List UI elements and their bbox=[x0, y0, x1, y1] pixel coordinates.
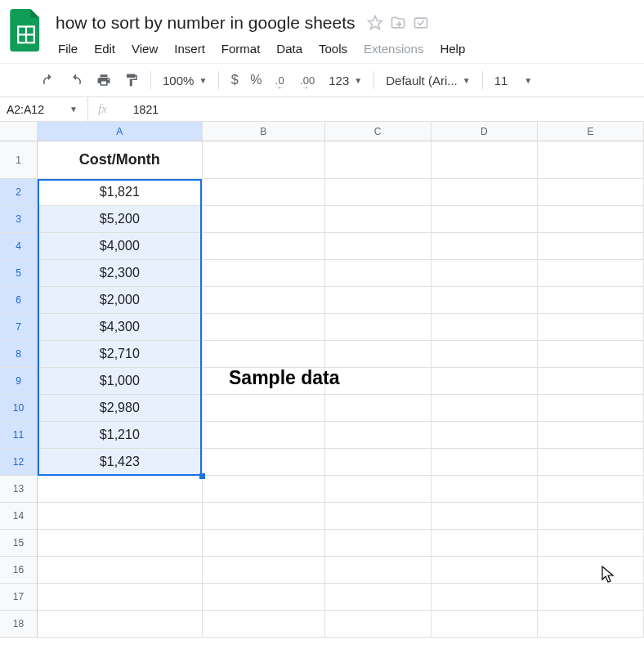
cell-D9[interactable] bbox=[432, 368, 538, 395]
cell-A11[interactable]: $1,210 bbox=[38, 422, 203, 449]
menu-insert[interactable]: Insert bbox=[167, 38, 212, 60]
cell-C2[interactable] bbox=[325, 179, 432, 206]
sheets-logo[interactable] bbox=[10, 8, 42, 52]
cell-A12[interactable]: $1,423 bbox=[38, 449, 203, 476]
paint-format-button[interactable] bbox=[119, 69, 144, 92]
selection-fill-handle[interactable] bbox=[199, 473, 205, 479]
font-size-dropdown[interactable]: 11 ▼ bbox=[490, 70, 538, 91]
cell-A8[interactable]: $2,710 bbox=[38, 341, 203, 368]
cell-E7[interactable] bbox=[538, 314, 644, 341]
cell-B18[interactable] bbox=[203, 611, 325, 638]
row-head-9[interactable]: 9 bbox=[0, 368, 38, 395]
cell-C5[interactable] bbox=[325, 260, 432, 287]
cell-B12[interactable] bbox=[203, 449, 325, 476]
cell-A4[interactable]: $4,000 bbox=[38, 233, 203, 260]
zoom-dropdown[interactable]: 100% ▼ bbox=[158, 70, 212, 91]
row-head-16[interactable]: 16 bbox=[0, 557, 38, 584]
cell-D2[interactable] bbox=[432, 179, 538, 206]
cell-A1[interactable]: Cost/Month bbox=[38, 141, 203, 179]
cell-C7[interactable] bbox=[325, 314, 432, 341]
menu-tools[interactable]: Tools bbox=[311, 38, 355, 60]
cell-E18[interactable] bbox=[538, 611, 644, 638]
cell-D17[interactable] bbox=[432, 584, 538, 611]
cell-C17[interactable] bbox=[325, 584, 432, 611]
cell-A9[interactable]: $1,000 bbox=[38, 368, 203, 395]
cell-A6[interactable]: $2,000 bbox=[38, 287, 203, 314]
cell-C10[interactable] bbox=[325, 395, 432, 422]
cell-A14[interactable] bbox=[38, 503, 203, 530]
row-head-18[interactable]: 18 bbox=[0, 611, 38, 638]
print-button[interactable] bbox=[92, 69, 116, 92]
spreadsheet-grid[interactable]: A B C D E 1Cost/Month2$1,8213$5,2004$4,0… bbox=[0, 122, 644, 638]
cell-C11[interactable] bbox=[325, 422, 432, 449]
cell-C3[interactable] bbox=[325, 206, 432, 233]
menu-view[interactable]: View bbox=[124, 38, 165, 60]
cell-E14[interactable] bbox=[538, 503, 644, 530]
cell-C1[interactable] bbox=[325, 141, 432, 179]
cell-E11[interactable] bbox=[538, 422, 644, 449]
cell-D1[interactable] bbox=[432, 141, 538, 179]
cell-D8[interactable] bbox=[432, 341, 538, 368]
cell-D4[interactable] bbox=[432, 233, 538, 260]
cell-C15[interactable] bbox=[325, 530, 432, 557]
cell-D15[interactable] bbox=[432, 530, 538, 557]
cell-A5[interactable]: $2,300 bbox=[38, 260, 203, 287]
name-box[interactable]: A2:A12 ▼ bbox=[0, 97, 88, 121]
row-head-13[interactable]: 13 bbox=[0, 476, 38, 503]
menu-file[interactable]: File bbox=[51, 38, 85, 60]
col-head-E[interactable]: E bbox=[538, 122, 644, 141]
cell-D18[interactable] bbox=[432, 611, 538, 638]
row-head-12[interactable]: 12 bbox=[0, 449, 38, 476]
cell-A15[interactable] bbox=[38, 530, 203, 557]
increase-decimal-button[interactable]: .00→ bbox=[294, 69, 320, 92]
cell-E9[interactable] bbox=[538, 368, 644, 395]
row-head-1[interactable]: 1 bbox=[0, 141, 38, 179]
cell-E8[interactable] bbox=[538, 341, 644, 368]
cell-B14[interactable] bbox=[203, 503, 325, 530]
cell-B17[interactable] bbox=[203, 584, 325, 611]
row-head-2[interactable]: 2 bbox=[0, 179, 38, 206]
cell-A16[interactable] bbox=[38, 557, 203, 584]
cell-E1[interactable] bbox=[538, 141, 644, 179]
col-head-D[interactable]: D bbox=[432, 122, 538, 141]
row-head-6[interactable]: 6 bbox=[0, 287, 38, 314]
select-all-corner[interactable] bbox=[0, 122, 38, 141]
row-head-10[interactable]: 10 bbox=[0, 395, 38, 422]
cell-E13[interactable] bbox=[538, 476, 644, 503]
cell-D16[interactable] bbox=[432, 557, 538, 584]
cell-E15[interactable] bbox=[538, 530, 644, 557]
cell-B8[interactable] bbox=[203, 341, 325, 368]
number-format-dropdown[interactable]: 123 ▼ bbox=[324, 70, 367, 91]
cell-D11[interactable] bbox=[432, 422, 538, 449]
cell-B16[interactable] bbox=[203, 557, 325, 584]
cell-B5[interactable] bbox=[203, 260, 325, 287]
formula-input[interactable]: 1821 bbox=[117, 103, 159, 116]
redo-button[interactable] bbox=[64, 69, 88, 92]
row-head-15[interactable]: 15 bbox=[0, 530, 38, 557]
row-head-14[interactable]: 14 bbox=[0, 503, 38, 530]
cell-E16[interactable] bbox=[538, 557, 644, 584]
cloud-status-icon[interactable] bbox=[413, 15, 429, 31]
cell-E10[interactable] bbox=[538, 395, 644, 422]
cell-D5[interactable] bbox=[432, 260, 538, 287]
move-icon[interactable] bbox=[390, 15, 406, 31]
cell-B11[interactable] bbox=[203, 422, 325, 449]
cell-E6[interactable] bbox=[538, 287, 644, 314]
cell-D10[interactable] bbox=[432, 395, 538, 422]
cell-C6[interactable] bbox=[325, 287, 432, 314]
cell-A2[interactable]: $1,821 bbox=[38, 179, 203, 206]
row-head-17[interactable]: 17 bbox=[0, 584, 38, 611]
cell-C13[interactable] bbox=[325, 476, 432, 503]
cell-B4[interactable] bbox=[203, 233, 325, 260]
cell-E2[interactable] bbox=[538, 179, 644, 206]
decrease-decimal-button[interactable]: .0← bbox=[268, 69, 291, 92]
col-head-A[interactable]: A bbox=[38, 122, 203, 141]
undo-button[interactable] bbox=[36, 69, 60, 92]
cell-B2[interactable] bbox=[203, 179, 325, 206]
cell-D12[interactable] bbox=[432, 449, 538, 476]
cell-D14[interactable] bbox=[432, 503, 538, 530]
row-head-11[interactable]: 11 bbox=[0, 422, 38, 449]
cell-E12[interactable] bbox=[538, 449, 644, 476]
menu-extensions[interactable]: Extensions bbox=[356, 38, 431, 60]
row-head-4[interactable]: 4 bbox=[0, 233, 38, 260]
